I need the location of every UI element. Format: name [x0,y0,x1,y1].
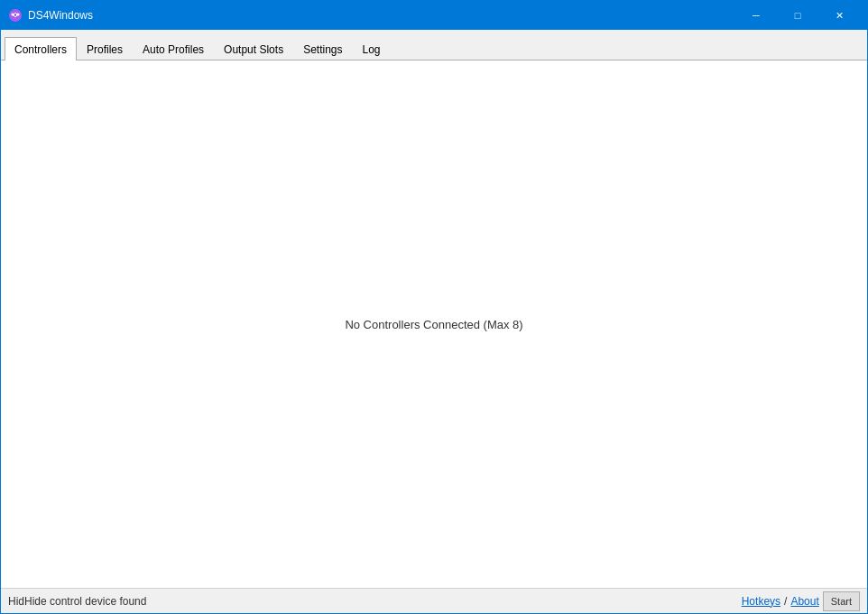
svg-rect-3 [14,13,16,14]
tab-profiles[interactable]: Profiles [77,37,133,60]
status-right: Hotkeys / About Start [742,591,860,611]
app-icon [8,8,23,23]
svg-rect-6 [16,14,17,16]
maximize-button[interactable]: □ [777,1,818,30]
tab-log[interactable]: Log [353,37,391,60]
status-bar: HidHide control device found Hotkeys / A… [1,588,867,613]
hotkeys-link[interactable]: Hotkeys [742,595,780,608]
svg-rect-4 [14,16,16,17]
title-bar: DS4Windows ─ □ ✕ [1,1,867,30]
main-window: DS4Windows ─ □ ✕ Controllers Profiles Au… [0,0,868,614]
start-button[interactable]: Start [823,591,860,611]
svg-point-0 [9,9,22,22]
status-message: HidHide control device found [8,595,146,608]
window-title: DS4Windows [28,9,735,22]
tab-output-slots[interactable]: Output Slots [214,37,293,60]
window-controls: ─ □ ✕ [735,1,860,30]
content-area: No Controllers Connected (Max 8) [1,60,867,588]
close-button[interactable]: ✕ [818,1,860,30]
tab-controllers[interactable]: Controllers [5,37,77,60]
tab-auto-profiles[interactable]: Auto Profiles [133,37,214,60]
no-controllers-message: No Controllers Connected (Max 8) [345,318,522,331]
svg-rect-5 [14,14,14,16]
tab-settings[interactable]: Settings [293,37,352,60]
minimize-button[interactable]: ─ [735,1,777,30]
tab-bar: Controllers Profiles Auto Profiles Outpu… [1,30,867,60]
about-link[interactable]: About [790,595,818,608]
